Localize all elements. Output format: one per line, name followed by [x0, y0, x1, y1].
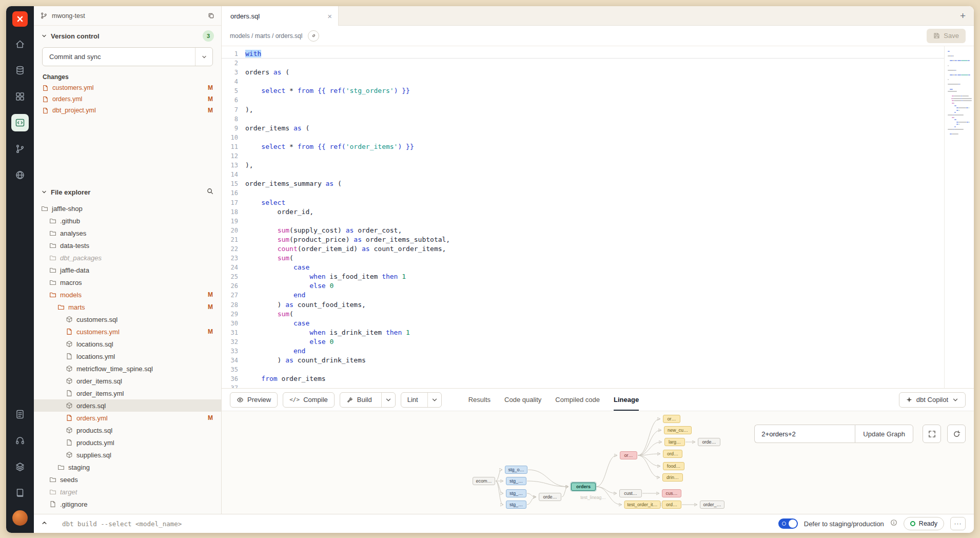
code-line[interactable]: 33 end — [222, 347, 944, 356]
tab-results[interactable]: Results — [468, 389, 491, 411]
code-line[interactable]: 5 select * from {{ ref('stg_orders') }} — [222, 86, 944, 95]
tree-item-supplies-sql[interactable]: supplies.sql — [34, 449, 221, 461]
code-line[interactable]: 16 — [222, 188, 944, 198]
lineage-selector-input[interactable]: 2+orders+2 — [754, 425, 855, 443]
tree-item--github[interactable]: .github — [34, 215, 221, 227]
code-line[interactable]: 31 when is_drink_item then 1 — [222, 328, 944, 337]
code-line[interactable]: 36 from order_items — [222, 374, 944, 383]
compile-button[interactable]: </> Compile — [283, 392, 335, 408]
info-icon[interactable] — [890, 519, 897, 528]
lineage-node-larg[interactable]: larg… — [664, 438, 685, 446]
develop-ide-icon[interactable] — [11, 114, 29, 131]
tree-item-macros[interactable]: macros — [34, 276, 221, 289]
status-badge[interactable]: Ready — [904, 517, 944, 530]
code-line[interactable]: 3orders as ( — [222, 68, 944, 77]
home-icon[interactable] — [11, 35, 29, 53]
lineage-node-drin[interactable]: drin… — [662, 473, 683, 482]
lineage-node-ghost[interactable]: test_lineag… — [577, 493, 609, 502]
code-line[interactable]: 2 — [222, 59, 944, 68]
lineage-node-ord1[interactable]: ord… — [663, 450, 682, 458]
code-line[interactable]: 30 case — [222, 319, 944, 328]
commit-and-sync-button[interactable]: Commit and sync — [42, 47, 213, 66]
code-line[interactable]: 37 — [222, 383, 944, 388]
lineage-node-newcu[interactable]: new_cu… — [664, 426, 692, 434]
lineage-node-testorder[interactable]: test_order_it… — [624, 501, 660, 509]
tree-item-customers-yml[interactable]: customers.ymlM — [34, 325, 221, 338]
defer-toggle[interactable] — [778, 518, 798, 529]
tree-item-products-sql[interactable]: products.sql — [34, 424, 221, 436]
command-input[interactable]: dbt build --select <model_name> — [62, 520, 772, 528]
fullscreen-button[interactable] — [923, 425, 941, 443]
save-button[interactable]: Save — [927, 29, 966, 43]
editor-minimap[interactable] — [944, 46, 974, 388]
tree-item-dbt-packages[interactable]: dbt_packages — [34, 252, 221, 264]
docs-book-icon[interactable] — [11, 484, 29, 502]
changelog-icon[interactable] — [11, 406, 29, 423]
commit-dropdown[interactable] — [195, 48, 212, 66]
changed-file[interactable]: dbt_project.ymlM — [34, 105, 221, 116]
lineage-node-orp[interactable]: or… — [620, 451, 637, 459]
tree-item-orders-sql[interactable]: orders.sql — [34, 399, 221, 412]
lineage-node-food[interactable]: food… — [663, 462, 684, 470]
preview-button[interactable]: Preview — [230, 392, 278, 408]
close-tab-icon[interactable]: × — [327, 12, 332, 20]
build-button[interactable]: Build — [340, 392, 396, 408]
tab-lineage[interactable]: Lineage — [614, 389, 639, 411]
code-line[interactable]: 29 sum( — [222, 310, 944, 319]
dbt-copilot-button[interactable]: dbt Copilot — [899, 392, 966, 408]
copy-icon[interactable] — [207, 12, 215, 20]
support-headset-icon[interactable] — [11, 432, 29, 449]
code-line[interactable]: 13), — [222, 161, 944, 170]
lineage-node-orderw[interactable]: order_… — [700, 501, 724, 509]
code-line[interactable]: 35 — [222, 365, 944, 374]
tree-item-analyses[interactable]: analyses — [34, 227, 221, 239]
update-graph-button[interactable]: Update Graph — [855, 425, 913, 443]
code-line[interactable]: 34 ) as count_drink_items — [222, 356, 944, 365]
version-control-header[interactable]: Version control 3 — [34, 26, 221, 45]
lineage-node-orde1[interactable]: orde… — [539, 493, 561, 501]
tree-item-products-yml[interactable]: products.yml — [34, 436, 221, 449]
lineage-node-ory[interactable]: or… — [663, 415, 680, 423]
globe-icon[interactable] — [11, 166, 29, 184]
code-line[interactable]: 7), — [222, 105, 944, 114]
tree-item-jaffle-data[interactable]: jaffle-data — [34, 264, 221, 276]
lineage-node-stg4[interactable]: stg_… — [506, 501, 526, 509]
tree-item-order-items-yml[interactable]: order_items.yml — [34, 387, 221, 399]
changed-file[interactable]: customers.ymlM — [34, 82, 221, 93]
code-line[interactable]: 12 — [222, 151, 944, 161]
dbt-logo[interactable] — [12, 11, 28, 27]
lineage-node-cus[interactable]: cus… — [662, 489, 681, 497]
build-dropdown[interactable] — [381, 393, 395, 407]
lineage-node-ord2[interactable]: ord… — [662, 501, 681, 509]
database-icon[interactable] — [11, 62, 29, 79]
code-line[interactable]: 27 end — [222, 291, 944, 300]
tree-item--gitignore[interactable]: .gitignore — [34, 498, 221, 510]
apps-grid-icon[interactable] — [11, 88, 29, 105]
branch-icon[interactable] — [11, 140, 29, 158]
refresh-button[interactable] — [947, 425, 966, 443]
file-search-button[interactable] — [206, 187, 214, 197]
lint-button[interactable]: Lint — [401, 392, 442, 408]
tree-item-locations-sql[interactable]: locations.sql — [34, 338, 221, 350]
code-line[interactable]: 19 — [222, 217, 944, 226]
code-line[interactable]: 32 else 0 — [222, 337, 944, 347]
code-line[interactable]: 18 order_id, — [222, 207, 944, 217]
code-line[interactable]: 8 — [222, 114, 944, 124]
lineage-node-orde2[interactable]: orde… — [698, 438, 720, 446]
code-line[interactable]: 15order_items_summary as ( — [222, 179, 944, 188]
code-line[interactable]: 14 — [222, 170, 944, 179]
code-line[interactable]: 9order_items as ( — [222, 124, 944, 133]
lineage-node-stg1[interactable]: stg_o… — [505, 466, 527, 474]
lint-dropdown[interactable] — [427, 393, 441, 407]
tree-item-data-tests[interactable]: data-tests — [34, 239, 221, 252]
user-avatar[interactable] — [12, 510, 28, 526]
code-line[interactable]: 1with — [222, 49, 944, 59]
more-options-button[interactable]: ··· — [950, 517, 966, 530]
tree-item-staging[interactable]: staging — [34, 461, 221, 473]
code-line[interactable]: 24 case — [222, 263, 944, 272]
lineage-node-cust[interactable]: cust… — [619, 489, 642, 497]
tab-code-quality[interactable]: Code quality — [504, 389, 541, 411]
tree-item-orders-yml[interactable]: orders.ymlM — [34, 412, 221, 424]
tree-item-customers-sql[interactable]: customers.sql — [34, 313, 221, 325]
lineage-node-ecom[interactable]: ecom… — [473, 477, 495, 485]
